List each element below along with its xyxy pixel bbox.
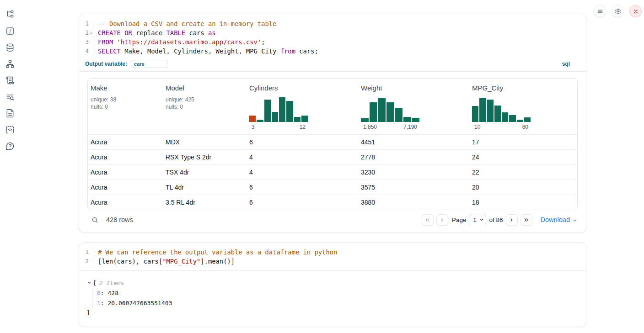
output-variable-row: Output variable: cars sql bbox=[79, 58, 586, 71]
file-tree-icon[interactable] bbox=[5, 9, 16, 20]
line-number: 3 bbox=[79, 37, 93, 47]
page-select[interactable]: 1 bbox=[469, 215, 486, 225]
histogram-bar bbox=[524, 117, 531, 122]
histogram-bar bbox=[509, 115, 515, 122]
nulls-stat: nulls: 0 bbox=[91, 103, 160, 111]
chevron-down-icon bbox=[572, 218, 577, 223]
help-icon[interactable] bbox=[5, 141, 16, 151]
table-row[interactable]: AcuraMDX6445117 bbox=[88, 134, 577, 149]
documentation-icon[interactable] bbox=[5, 108, 16, 118]
histogram-bar bbox=[403, 117, 411, 122]
language-badge[interactable]: sql bbox=[562, 61, 570, 67]
close-button[interactable] bbox=[629, 5, 642, 17]
weight-histogram: 1,8507,190 bbox=[361, 97, 419, 130]
last-page-button[interactable] bbox=[521, 214, 532, 226]
functions-icon[interactable]: f bbox=[5, 26, 16, 36]
histogram-bar bbox=[386, 102, 394, 122]
histogram-bar bbox=[361, 118, 369, 122]
collapse-chevron-icon[interactable] bbox=[87, 280, 91, 285]
table-row[interactable]: AcuraRSX Type S 2dr4277824 bbox=[88, 149, 577, 164]
hist-max: 12 bbox=[300, 124, 306, 130]
table-row[interactable]: Acura3.5 RL 4dr6388018 bbox=[88, 195, 577, 210]
pagination: Page 1 of 86 Download bbox=[422, 214, 577, 226]
mpg-city-histogram: 1060 bbox=[472, 97, 531, 130]
histogram-bar bbox=[479, 98, 486, 122]
column-header-model[interactable]: Model unique: 425nulls: 0 bbox=[163, 79, 247, 134]
settings-button[interactable] bbox=[612, 5, 624, 17]
code-line: -- Download a CSV and create an in-memor… bbox=[98, 19, 318, 28]
histogram-bar bbox=[257, 120, 263, 122]
table-row[interactable]: AcuraTL 4dr6357520 bbox=[88, 180, 577, 195]
histogram-bar bbox=[395, 108, 402, 122]
line-number-gutter: 1 2 3 4 bbox=[79, 19, 93, 56]
list-close-bracket: ] bbox=[79, 308, 586, 317]
hist-max: 7,190 bbox=[403, 124, 417, 130]
python-cell: 1 2 # We can reference the output variab… bbox=[79, 242, 586, 327]
column-header-make[interactable]: Make unique: 38nulls: 0 bbox=[88, 79, 163, 134]
hist-min: 3 bbox=[252, 124, 255, 130]
line-number: 2 bbox=[79, 28, 93, 37]
histogram-bar bbox=[412, 118, 419, 122]
python-code-editor[interactable]: 1 2 # We can reference the output variab… bbox=[79, 243, 586, 270]
histogram-bar bbox=[494, 106, 501, 122]
scratchpad-icon[interactable] bbox=[5, 75, 16, 85]
window-controls bbox=[594, 5, 642, 17]
chevron-down-icon bbox=[479, 217, 484, 222]
output-variable-label: Output variable: bbox=[85, 61, 127, 67]
histogram-bar bbox=[249, 116, 256, 122]
unique-stat: unique: 38 bbox=[91, 96, 160, 103]
list-item: 0: 428 bbox=[97, 288, 586, 298]
fold-chevron-icon[interactable] bbox=[89, 31, 93, 35]
previous-page-button[interactable] bbox=[436, 214, 448, 226]
histogram-bar bbox=[301, 116, 308, 122]
menu-button[interactable] bbox=[594, 5, 606, 17]
download-button[interactable]: Download bbox=[541, 216, 578, 223]
line-number: 1 bbox=[79, 248, 93, 257]
histogram-bar bbox=[286, 101, 293, 122]
snippets-icon[interactable] bbox=[5, 124, 16, 135]
code-line: CREATE OR replace TABLE cars as bbox=[98, 28, 318, 37]
sql-output-area: Make unique: 38nulls: 0 Model unique: 42… bbox=[79, 72, 586, 233]
sql-cell: 1 2 3 4 -- Download a CSV and create an … bbox=[79, 14, 586, 233]
notebook: 1 2 3 4 -- Download a CSV and create an … bbox=[79, 14, 586, 327]
line-number: 2 bbox=[79, 257, 93, 266]
data-table: Make unique: 38nulls: 0 Model unique: 42… bbox=[87, 78, 578, 210]
python-code[interactable]: # We can reference the output variable a… bbox=[93, 248, 337, 266]
output-variable-input[interactable]: cars bbox=[131, 60, 167, 68]
hist-max: 60 bbox=[522, 124, 528, 130]
code-line: FROM 'https://datasets.marimo.app/cars.c… bbox=[98, 37, 318, 47]
hist-min: 10 bbox=[474, 124, 480, 130]
histogram-bar bbox=[294, 117, 301, 122]
list-items-count: 2 Items bbox=[99, 280, 124, 286]
logs-search-icon[interactable] bbox=[5, 91, 16, 102]
table-row[interactable]: AcuraTSX 4dr4323022 bbox=[88, 164, 577, 180]
cylinders-histogram: 312 bbox=[249, 97, 308, 130]
histogram-bar bbox=[264, 100, 271, 122]
histogram-bar bbox=[517, 120, 523, 122]
column-header-weight[interactable]: Weight 1,8507,190 bbox=[358, 79, 469, 134]
search-icon[interactable] bbox=[91, 217, 98, 223]
line-number: 4 bbox=[79, 47, 93, 56]
sql-code[interactable]: -- Download a CSV and create an in-memor… bbox=[93, 19, 318, 56]
nulls-stat: nulls: 0 bbox=[166, 103, 244, 111]
database-icon[interactable] bbox=[5, 42, 16, 53]
line-number: 1 bbox=[79, 19, 93, 28]
histogram-bar bbox=[378, 98, 386, 122]
page-of-label: of 86 bbox=[489, 217, 503, 223]
code-line: # We can reference the output variable a… bbox=[98, 248, 337, 257]
next-page-button[interactable] bbox=[506, 214, 518, 226]
histogram-bar bbox=[272, 112, 278, 122]
list-item: 1: 20.060747663551403 bbox=[97, 298, 586, 308]
first-page-button[interactable] bbox=[422, 214, 434, 226]
code-line: [len(cars), cars["MPG_City"].mean()] bbox=[98, 257, 337, 266]
list-open-bracket: [ bbox=[93, 280, 97, 286]
column-header-mpg-city[interactable]: MPG_City 1060 bbox=[469, 79, 577, 134]
sql-code-editor[interactable]: 1 2 3 4 -- Download a CSV and create an … bbox=[79, 14, 586, 58]
python-output-area: [ 2 Items 0: 428 1: 20.060747663551403 ] bbox=[79, 271, 586, 327]
hist-min: 1,850 bbox=[363, 124, 377, 130]
page-label: Page bbox=[452, 217, 467, 223]
table-footer: 428 rows Page 1 of 86 bbox=[87, 214, 578, 226]
column-header-cylinders[interactable]: Cylinders 312 bbox=[247, 79, 358, 134]
histogram-bar bbox=[502, 112, 508, 122]
dependency-graph-icon[interactable] bbox=[5, 58, 16, 69]
